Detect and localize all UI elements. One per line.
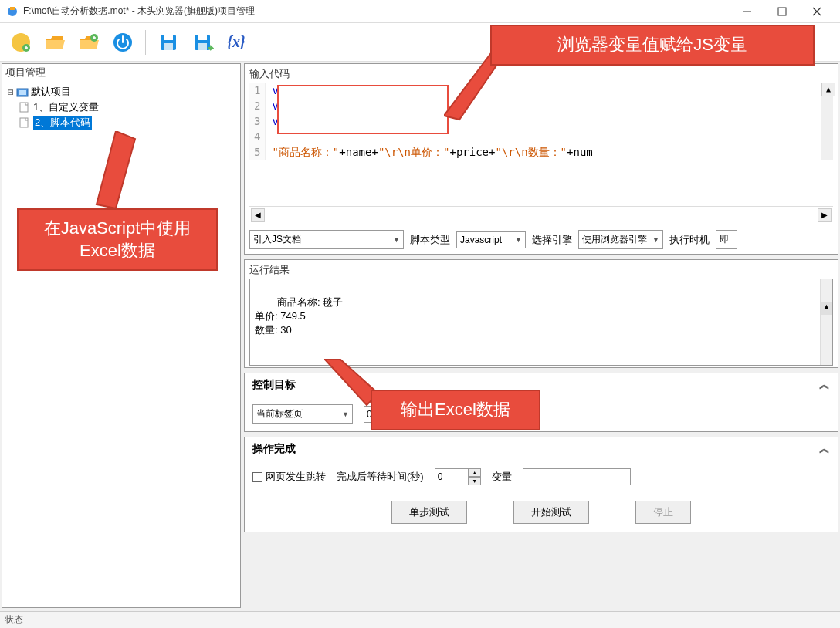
- tree-item-variable[interactable]: 1、自定义变量: [19, 100, 237, 115]
- tree-root-label: 默认项目: [31, 85, 71, 99]
- scroll-up-button[interactable]: ▲: [821, 83, 835, 96]
- new-project-button[interactable]: [6, 28, 36, 57]
- result-group-label: 运行结果: [249, 263, 833, 277]
- chevron-down-icon: ▼: [342, 410, 349, 418]
- result-scrollbar[interactable]: ▲: [820, 279, 832, 365]
- result-text: 商品名称: 毯子 单价: 749.5 数量: 30: [255, 296, 343, 336]
- operation-section: 操作完成 ︽ 网页发生跳转 完成后等待时间(秒) ▲▼ 变量 单步测试 开始测试: [244, 437, 838, 532]
- chevron-down-icon: ▼: [393, 236, 400, 244]
- script-type-value: Javascript: [460, 235, 502, 245]
- panel-title: 项目管理: [2, 64, 240, 81]
- code-editor[interactable]: 12345 var name="{商品名称}";var price="{单价}"…: [249, 83, 833, 160]
- callout-left: 在JavaScript中使用Excel数据: [17, 208, 218, 271]
- project-icon: [16, 86, 29, 97]
- svg-rect-11: [164, 35, 173, 40]
- spin-up[interactable]: ▲: [469, 468, 481, 477]
- minimize-button[interactable]: [730, 1, 764, 22]
- page-jump-checkbox[interactable]: 网页发生跳转: [252, 470, 326, 484]
- collapse-icon: ︽: [819, 442, 830, 456]
- tree-root[interactable]: ⊟ 默认项目: [5, 84, 237, 100]
- chevron-down-icon: ▼: [515, 236, 522, 244]
- save-button[interactable]: [154, 28, 183, 57]
- exec-time-combo[interactable]: 即: [716, 230, 737, 249]
- callout-arrow: [93, 131, 154, 212]
- toolbar-separator: [145, 30, 146, 55]
- callout-top: 浏览器变量值赋给JS变量: [490, 25, 815, 66]
- variable-x-icon: {x}: [227, 33, 246, 51]
- page-icon: [19, 117, 31, 128]
- svg-rect-12: [164, 43, 173, 50]
- status-text: 状态: [5, 614, 23, 625]
- start-test-button[interactable]: 开始测试: [513, 501, 589, 524]
- checkbox-box[interactable]: [252, 472, 262, 482]
- scroll-right-button[interactable]: ▶: [818, 208, 832, 222]
- close-button[interactable]: [799, 1, 834, 22]
- svg-rect-15: [198, 43, 207, 50]
- result-group: 运行结果 商品名称: 毯子 单价: 749.5 数量: 30 ▲: [244, 259, 838, 368]
- engine-label: 选择引擎: [532, 233, 572, 247]
- save-as-button[interactable]: [188, 28, 217, 57]
- power-button[interactable]: [108, 28, 137, 57]
- tree-item-script[interactable]: 2、脚本代码: [19, 115, 237, 130]
- engine-value: 使用浏览器引擎: [582, 233, 647, 246]
- svg-rect-19: [20, 118, 28, 127]
- variable-input[interactable]: [523, 468, 631, 485]
- add-folder-button[interactable]: [74, 28, 103, 57]
- title-bar: F:\mot\自动分析数据.mot* - 木头浏览器(旗舰版)项目管理: [0, 0, 840, 23]
- code-text[interactable]: var name="{商品名称}";var price="{单价}";var n…: [266, 83, 821, 160]
- wait-time-label: 完成后等待时间(秒): [337, 470, 424, 484]
- import-js-label: 引入JS文档: [253, 233, 301, 246]
- wait-time-input[interactable]: [435, 468, 469, 485]
- svg-rect-1: [10, 7, 15, 10]
- window-title: F:\mot\自动分析数据.mot* - 木头浏览器(旗舰版)项目管理: [23, 5, 730, 18]
- wait-time-spinner[interactable]: ▲▼: [435, 468, 481, 485]
- exec-time-label: 执行时机: [669, 233, 710, 247]
- code-input-group: 输入代码 12345 var name="{商品名称}";var price="…: [244, 63, 838, 255]
- scroll-left-button[interactable]: ◀: [251, 208, 265, 222]
- app-icon: [6, 5, 19, 18]
- script-type-combo[interactable]: Javascript ▼: [456, 231, 526, 248]
- script-type-label: 脚本类型: [410, 233, 450, 247]
- tree-item-label: 2、脚本代码: [33, 116, 92, 130]
- callout-mid: 输出Excel数据: [371, 390, 540, 430]
- svg-rect-17: [19, 90, 26, 95]
- svg-rect-18: [20, 103, 28, 112]
- stop-button[interactable]: 停止: [635, 501, 691, 524]
- line-gutter: 12345: [249, 83, 266, 160]
- tree-item-label: 1、自定义变量: [33, 100, 99, 114]
- chevron-down-icon: ▼: [652, 236, 659, 244]
- checkbox-label: 网页发生跳转: [266, 470, 326, 484]
- spin-down[interactable]: ▼: [469, 477, 481, 485]
- svg-rect-14: [198, 35, 207, 40]
- svg-rect-3: [778, 8, 786, 15]
- maximize-button[interactable]: [764, 1, 799, 22]
- collapse-icon: ︽: [819, 378, 830, 392]
- page-icon: [19, 102, 31, 113]
- code-group-label: 输入代码: [249, 67, 833, 81]
- variable-button[interactable]: {x}: [222, 28, 251, 57]
- tree-collapse-icon[interactable]: ⊟: [5, 86, 16, 98]
- operation-title: 操作完成: [252, 442, 296, 456]
- import-js-combo[interactable]: 引入JS文档 ▼: [249, 230, 404, 249]
- svg-marker-21: [97, 131, 135, 208]
- scroll-up-icon[interactable]: ▲: [821, 302, 832, 315]
- operation-header[interactable]: 操作完成 ︽: [245, 437, 838, 461]
- status-bar: 状态: [0, 611, 840, 628]
- variable-label: 变量: [492, 470, 512, 484]
- engine-combo[interactable]: 使用浏览器引擎 ▼: [578, 230, 663, 249]
- result-output[interactable]: 商品名称: 毯子 单价: 749.5 数量: 30 ▲: [249, 279, 833, 366]
- exec-time-value: 即: [720, 233, 729, 246]
- open-folder-button[interactable]: [40, 28, 69, 57]
- step-test-button[interactable]: 单步测试: [391, 501, 467, 524]
- tab-select-value: 当前标签页: [256, 407, 303, 420]
- control-target-title: 控制目标: [252, 378, 296, 392]
